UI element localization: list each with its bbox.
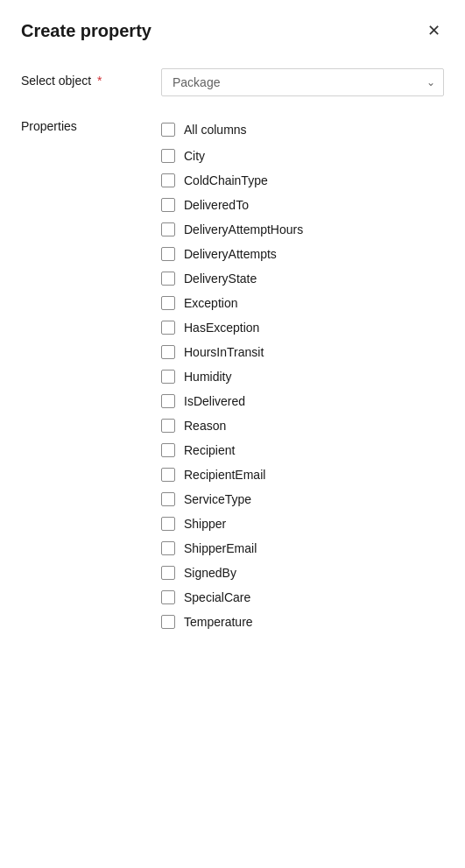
property-checkbox[interactable] [161, 443, 175, 457]
property-row[interactable]: IsDelivered [161, 389, 444, 413]
close-button[interactable]: ✕ [424, 18, 444, 44]
property-checkbox[interactable] [161, 517, 175, 531]
property-checkbox[interactable] [161, 247, 175, 261]
property-label: DeliveryState [184, 272, 257, 286]
property-label: HasException [184, 321, 259, 335]
properties-section: Properties All columns CityColdChainType… [21, 117, 444, 634]
property-checkbox[interactable] [161, 149, 175, 163]
property-row[interactable]: DeliveryAttempts [161, 242, 444, 266]
property-label: HoursInTransit [184, 345, 264, 359]
property-checkbox[interactable] [161, 590, 175, 604]
property-checkbox[interactable] [161, 541, 175, 555]
property-row[interactable]: ShipperEmail [161, 536, 444, 561]
property-row[interactable]: Shipper [161, 512, 444, 536]
property-label: Temperature [184, 615, 253, 629]
property-checkbox[interactable] [161, 492, 175, 506]
required-indicator: * [94, 74, 102, 88]
property-label: SignedBy [184, 566, 236, 580]
property-label: Recipient [184, 443, 235, 457]
select-object-row: Select object * Package Shipment Order ⌄ [21, 68, 444, 96]
property-row[interactable]: ColdChainType [161, 168, 444, 193]
property-label: ShipperEmail [184, 541, 257, 555]
property-label: ColdChainType [184, 173, 268, 187]
panel-title: Create property [21, 21, 151, 41]
property-label: RecipientEmail [184, 468, 265, 482]
property-row[interactable]: Temperature [161, 610, 444, 634]
all-columns-row[interactable]: All columns [161, 117, 444, 144]
property-checkbox[interactable] [161, 272, 175, 286]
property-row[interactable]: HasException [161, 315, 444, 340]
property-row[interactable]: Exception [161, 291, 444, 315]
property-row[interactable]: RecipientEmail [161, 462, 444, 487]
property-checkbox[interactable] [161, 198, 175, 212]
property-checkbox[interactable] [161, 394, 175, 408]
property-row[interactable]: City [161, 144, 444, 168]
select-object-wrapper: Package Shipment Order ⌄ [161, 68, 444, 96]
property-row[interactable]: DeliveredTo [161, 193, 444, 217]
all-columns-label: All columns [184, 123, 247, 137]
property-checkbox[interactable] [161, 345, 175, 359]
property-row[interactable]: DeliveryState [161, 266, 444, 291]
close-icon: ✕ [427, 21, 440, 40]
property-checkbox[interactable] [161, 321, 175, 335]
property-checkbox[interactable] [161, 370, 175, 384]
property-checkbox[interactable] [161, 468, 175, 482]
property-label: Exception [184, 296, 237, 310]
all-columns-checkbox[interactable] [161, 123, 175, 137]
panel-header: Create property ✕ [21, 18, 444, 44]
property-label: DeliveryAttempts [184, 247, 277, 261]
select-object-dropdown[interactable]: Package Shipment Order [161, 68, 444, 96]
property-row[interactable]: SpecialCare [161, 585, 444, 610]
property-checkbox[interactable] [161, 615, 175, 629]
property-row[interactable]: DeliveryAttemptHours [161, 217, 444, 242]
property-label: Humidity [184, 370, 231, 384]
property-label: SpecialCare [184, 590, 250, 604]
create-property-panel: Create property ✕ Select object * Packag… [0, 0, 465, 868]
property-checkbox[interactable] [161, 419, 175, 433]
properties-label: Properties [21, 117, 161, 133]
property-row[interactable]: Reason [161, 413, 444, 438]
property-checkbox[interactable] [161, 222, 175, 236]
select-object-label: Select object * [21, 68, 161, 88]
property-checkbox[interactable] [161, 173, 175, 187]
property-row[interactable]: Recipient [161, 438, 444, 462]
property-label: DeliveryAttemptHours [184, 222, 303, 236]
property-label: City [184, 149, 205, 163]
property-label: Shipper [184, 517, 226, 531]
property-label: DeliveredTo [184, 198, 249, 212]
property-label: ServiceType [184, 492, 251, 506]
property-row[interactable]: Humidity [161, 364, 444, 389]
property-label: IsDelivered [184, 394, 245, 408]
property-checkbox[interactable] [161, 296, 175, 310]
property-label: Reason [184, 419, 226, 433]
property-row[interactable]: HoursInTransit [161, 340, 444, 364]
property-row[interactable]: SignedBy [161, 561, 444, 585]
property-checkbox[interactable] [161, 566, 175, 580]
property-row[interactable]: ServiceType [161, 487, 444, 512]
properties-list: All columns CityColdChainTypeDeliveredTo… [161, 117, 444, 634]
